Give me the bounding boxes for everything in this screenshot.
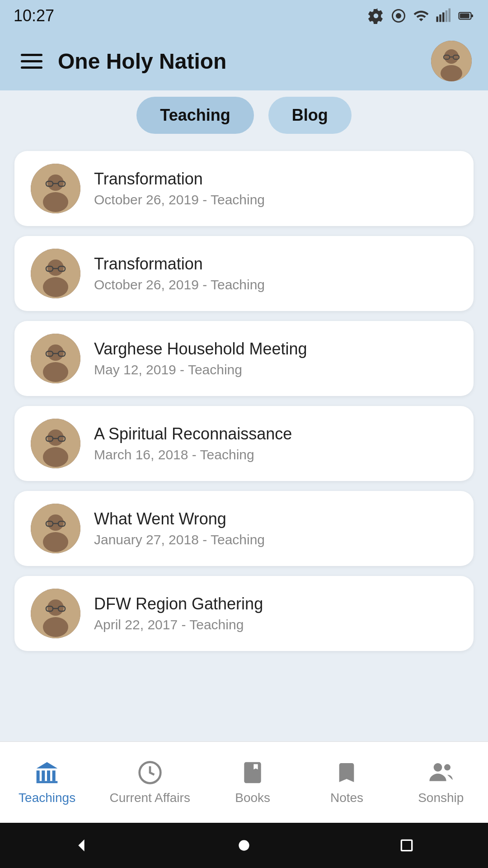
svg-point-34 xyxy=(43,447,68,467)
svg-point-58 xyxy=(444,764,450,770)
svg-rect-1 xyxy=(439,14,441,22)
list-item-text: Varghese Household Meeting May 12, 2019 … xyxy=(94,340,307,377)
list-area: Transformation October 26, 2019 - Teachi… xyxy=(0,140,488,787)
svg-marker-55 xyxy=(37,762,58,768)
nav-item-teachings[interactable]: Teachings xyxy=(15,760,79,805)
list-item-title: A Spiritual Reconnaissance xyxy=(94,425,292,443)
list-item[interactable]: What Went Wrong January 27, 2018 - Teach… xyxy=(14,491,474,566)
nav-item-current-affairs[interactable]: Current Affairs xyxy=(109,760,190,805)
svg-rect-53 xyxy=(47,770,50,781)
status-bar: 10:27 xyxy=(0,0,488,32)
tab-teaching[interactable]: Teaching xyxy=(136,97,253,134)
svg-point-21 xyxy=(47,259,64,276)
svg-point-60 xyxy=(239,840,249,850)
svg-point-45 xyxy=(47,599,64,616)
bookmark-icon xyxy=(334,760,359,787)
status-time: 10:27 xyxy=(14,6,54,25)
svg-marker-59 xyxy=(78,840,84,852)
list-item-title: Varghese Household Meeting xyxy=(94,340,307,359)
list-item-avatar xyxy=(31,589,80,638)
nav-item-sonship[interactable]: Sonship xyxy=(409,760,473,805)
svg-rect-61 xyxy=(401,840,412,850)
list-item-avatar xyxy=(31,249,80,298)
svg-point-40 xyxy=(43,532,68,552)
list-item-title: Transformation xyxy=(94,170,265,189)
gear-icon xyxy=(368,8,384,24)
nav-label-teachings: Teachings xyxy=(19,791,75,805)
list-item-avatar xyxy=(31,419,80,468)
nav-label-books: Books xyxy=(235,791,270,805)
list-item-text: What Went Wrong January 27, 2018 - Teach… xyxy=(94,509,265,547)
hamburger-icon[interactable] xyxy=(16,49,47,73)
list-item-subtitle: May 12, 2019 - Teaching xyxy=(94,362,307,377)
svg-rect-4 xyxy=(449,9,451,22)
list-item-text: Transformation October 26, 2019 - Teachi… xyxy=(94,255,265,292)
svg-rect-51 xyxy=(37,770,40,781)
book-icon xyxy=(240,760,265,787)
svg-rect-6 xyxy=(460,14,469,19)
bottom-nav: Teachings Current Affairs Books Notes xyxy=(0,741,488,823)
svg-rect-7 xyxy=(471,14,474,17)
home-button[interactable] xyxy=(230,832,258,859)
svg-point-57 xyxy=(433,763,442,772)
list-item-title: DFW Region Gathering xyxy=(94,594,263,613)
recents-button[interactable] xyxy=(393,832,420,859)
back-button[interactable] xyxy=(68,832,95,859)
svg-point-22 xyxy=(43,277,68,297)
list-item-subtitle: April 22, 2017 - Teaching xyxy=(94,617,263,632)
nav-item-notes[interactable]: Notes xyxy=(315,760,378,805)
list-item-avatar xyxy=(31,164,80,213)
svg-point-28 xyxy=(43,362,68,382)
svg-rect-52 xyxy=(42,770,45,781)
svg-point-33 xyxy=(47,429,64,446)
list-item[interactable]: DFW Region Gathering April 22, 2017 - Te… xyxy=(14,576,474,651)
list-item-avatar xyxy=(31,334,80,383)
list-item-title: What Went Wrong xyxy=(94,509,265,528)
svg-rect-3 xyxy=(446,10,448,22)
svg-rect-2 xyxy=(442,13,445,22)
list-item-subtitle: October 26, 2019 - Teaching xyxy=(94,192,265,208)
signal-icon xyxy=(436,8,452,24)
list-item-subtitle: March 16, 2018 - Teaching xyxy=(94,447,292,462)
svg-point-27 xyxy=(47,344,64,361)
status-icons xyxy=(368,8,474,24)
list-item[interactable]: Transformation October 26, 2019 - Teachi… xyxy=(14,236,474,311)
nav-item-books[interactable]: Books xyxy=(221,760,284,805)
app-title: One Holy Nation xyxy=(58,49,420,74)
tab-row: Teaching Blog xyxy=(0,90,488,140)
list-item[interactable]: Varghese Household Meeting May 12, 2019 … xyxy=(14,321,474,396)
list-item-text: A Spiritual Reconnaissance March 16, 201… xyxy=(94,425,292,462)
svg-point-46 xyxy=(43,617,68,637)
nav-label-sonship: Sonship xyxy=(418,791,464,805)
list-item-subtitle: October 26, 2019 - Teaching xyxy=(94,277,265,292)
svg-point-39 xyxy=(47,514,64,531)
list-item-text: Transformation October 26, 2019 - Teachi… xyxy=(94,170,265,208)
svg-rect-54 xyxy=(52,770,56,781)
list-item-subtitle: January 27, 2018 - Teaching xyxy=(94,532,265,547)
list-item[interactable]: Transformation October 26, 2019 - Teachi… xyxy=(14,151,474,226)
avatar[interactable] xyxy=(431,41,472,81)
tab-blog[interactable]: Blog xyxy=(268,97,352,134)
svg-point-15 xyxy=(47,175,64,191)
svg-point-16 xyxy=(43,192,68,212)
system-nav-bar xyxy=(0,823,488,868)
battery-icon xyxy=(458,8,474,24)
record-icon xyxy=(390,8,407,24)
list-item[interactable]: A Spiritual Reconnaissance March 16, 201… xyxy=(14,406,474,481)
svg-rect-0 xyxy=(436,17,439,22)
list-item-text: DFW Region Gathering April 22, 2017 - Te… xyxy=(94,594,263,632)
svg-rect-50 xyxy=(37,781,58,783)
nav-label-notes: Notes xyxy=(330,791,363,805)
clock-icon xyxy=(137,760,163,787)
nav-label-current-affairs: Current Affairs xyxy=(109,791,190,805)
wifi-icon xyxy=(413,8,429,24)
list-item-avatar xyxy=(31,504,80,553)
people-icon xyxy=(428,760,454,787)
app-bar: One Holy Nation xyxy=(0,32,488,90)
building-columns-icon xyxy=(34,760,60,787)
svg-point-10 xyxy=(441,65,462,81)
list-item-title: Transformation xyxy=(94,255,265,274)
